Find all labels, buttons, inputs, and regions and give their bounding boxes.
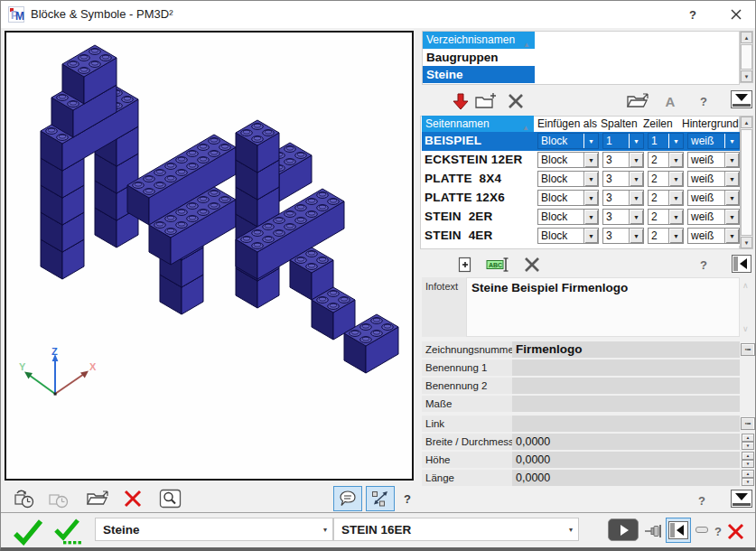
- insert-as-combo[interactable]: Block▼: [537, 190, 599, 206]
- update-all-previews-button[interactable]: [46, 487, 71, 510]
- viewport-help-button[interactable]: ?: [398, 488, 416, 509]
- dropdown-arrow-icon[interactable]: ▼: [724, 191, 739, 205]
- 3d-viewport[interactable]: Z Y X: [5, 31, 414, 481]
- columns-combo[interactable]: 3▼: [602, 171, 644, 187]
- dropdown-arrow-icon[interactable]: ▼: [629, 134, 643, 148]
- dropdown-arrow-icon[interactable]: ▼: [724, 153, 739, 167]
- background-combo[interactable]: weiß▼: [687, 152, 740, 168]
- background-combo[interactable]: weiß▼: [687, 133, 740, 149]
- spin-up-icon[interactable]: ▲: [742, 452, 754, 460]
- dropdown-arrow-icon[interactable]: ▼: [668, 172, 683, 186]
- width-stepper[interactable]: ▲▼: [742, 434, 754, 450]
- dropdown-arrow-icon[interactable]: ▼: [668, 210, 683, 224]
- directory-header[interactable]: Verzeichnisnamen▲: [423, 32, 535, 49]
- spin-down-icon[interactable]: ▼: [742, 442, 754, 450]
- details-help-button[interactable]: ?: [693, 490, 711, 511]
- insert-as-combo[interactable]: Block▼: [537, 133, 599, 149]
- background-combo[interactable]: weiß▼: [687, 190, 740, 206]
- dimensions-field[interactable]: [512, 396, 740, 412]
- table-row[interactable]: PLATTE 12X6 Block▼ 3▼ 2▼ weiß▼: [422, 189, 740, 208]
- dropdown-arrow-icon[interactable]: ▼: [629, 153, 643, 167]
- columns-combo[interactable]: 3▼: [602, 190, 644, 206]
- rows-combo[interactable]: 2▼: [648, 228, 684, 244]
- dropdown-arrow-icon[interactable]: ▼: [668, 134, 683, 148]
- apply-button[interactable]: [10, 517, 46, 547]
- preview-window-button[interactable]: [156, 487, 183, 510]
- dropdown-arrow-icon[interactable]: ▼: [629, 172, 643, 186]
- import-button[interactable]: [449, 89, 472, 113]
- add-page-button[interactable]: [453, 253, 477, 276]
- new-directory-button[interactable]: [472, 89, 499, 113]
- collapse-list-button[interactable]: [729, 88, 754, 111]
- column-header-insert[interactable]: Einfügen als: [537, 117, 597, 130]
- background-combo[interactable]: weiß▼: [687, 171, 740, 187]
- columns-combo[interactable]: 3▼: [602, 152, 644, 168]
- scroll-up-icon[interactable]: ▲: [741, 32, 752, 43]
- name1-field[interactable]: [512, 360, 740, 376]
- column-header-rows[interactable]: Zeilen: [643, 117, 673, 130]
- delete-page-button[interactable]: [120, 487, 145, 510]
- rows-combo[interactable]: 2▼: [648, 171, 684, 187]
- directory-scrollbar[interactable]: ▲ ▼: [740, 31, 753, 83]
- columns-combo[interactable]: 3▼: [602, 228, 644, 244]
- directory-help-button[interactable]: ?: [695, 89, 713, 113]
- rows-combo[interactable]: 2▼: [648, 209, 684, 225]
- dropdown-arrow-icon[interactable]: ▼: [724, 210, 739, 224]
- title-bar[interactable]: P M Blöcke & Symbole - PM3D² ?: [1, 1, 755, 28]
- dropdown-arrow-icon[interactable]: ▼: [724, 134, 739, 148]
- height-field[interactable]: 0,0000: [512, 452, 740, 468]
- dropdown-arrow-icon[interactable]: ▼: [629, 191, 643, 205]
- column-header-background[interactable]: Hintergrund: [682, 117, 739, 130]
- directory-item-selected[interactable]: Steine: [423, 66, 535, 83]
- table-row[interactable]: STEIN 4ER Block▼ 3▼ 2▼ weiß▼: [422, 227, 740, 246]
- titlebar-help-button[interactable]: ?: [683, 5, 703, 23]
- rename-page-button[interactable]: ABC: [483, 253, 514, 276]
- length-field[interactable]: 0,0000: [512, 470, 740, 486]
- infotext-value[interactable]: Steine Beispiel Firmenlogo: [466, 277, 740, 337]
- category-combo[interactable]: Steine ▾: [95, 518, 333, 541]
- scroll-down-icon[interactable]: ▼: [741, 70, 752, 82]
- table-row[interactable]: BEISPIEL Block▼ 1▼ 1▼ weiß▼: [422, 132, 740, 151]
- transform-mode-toggle[interactable]: [366, 486, 395, 511]
- open-directory-button[interactable]: [624, 89, 651, 113]
- scroll-up-icon[interactable]: ▲: [741, 117, 752, 128]
- columns-combo[interactable]: 3▼: [602, 209, 644, 225]
- dropdown-arrow-icon[interactable]: ▼: [583, 172, 598, 186]
- background-combo[interactable]: weiß▼: [687, 228, 740, 244]
- directory-list[interactable]: Verzeichnisnamen▲ Baugruppen Steine: [422, 31, 740, 85]
- open-page-button[interactable]: [84, 487, 111, 510]
- insert-as-combo[interactable]: Block▼: [537, 209, 599, 225]
- close-button[interactable]: [726, 5, 746, 23]
- dropdown-arrow-icon[interactable]: ▼: [583, 134, 598, 148]
- delete-page-row-button[interactable]: [519, 253, 545, 276]
- drawing-number-field[interactable]: Firmenlogo: [512, 341, 740, 358]
- minimize-dialog-button[interactable]: [695, 527, 708, 533]
- link-field[interactable]: [512, 416, 740, 432]
- spin-up-icon[interactable]: ▲: [742, 434, 754, 442]
- insert-as-combo[interactable]: Block▼: [537, 228, 599, 244]
- shaded-mode-toggle[interactable]: [333, 486, 362, 511]
- dropdown-arrow-icon[interactable]: ▼: [668, 153, 683, 167]
- scrollbar-thumb[interactable]: [741, 129, 752, 236]
- dropdown-arrow-icon[interactable]: ▼: [668, 229, 683, 243]
- dropdown-arrow-icon[interactable]: ▼: [583, 210, 598, 224]
- background-combo[interactable]: weiß▼: [687, 209, 740, 225]
- width-field[interactable]: 0,0000: [512, 434, 740, 450]
- page-combo[interactable]: STEIN 16ER ▾: [333, 518, 579, 541]
- update-preview-button[interactable]: [12, 487, 37, 510]
- dock-panel-button[interactable]: [729, 252, 754, 276]
- cancel-button[interactable]: [723, 519, 747, 543]
- directory-item[interactable]: Baugruppen: [423, 49, 741, 66]
- length-stepper[interactable]: ▲▼: [742, 470, 754, 486]
- font-button[interactable]: A: [660, 89, 680, 113]
- insert-as-combo[interactable]: Block▼: [537, 171, 599, 187]
- dropdown-arrow-icon[interactable]: ▼: [629, 229, 643, 243]
- dropdown-arrow-icon[interactable]: ▼: [724, 172, 739, 186]
- play-button[interactable]: [608, 518, 639, 541]
- field-more-button[interactable]: !: [741, 417, 755, 430]
- scrollbar-thumb[interactable]: [741, 44, 752, 70]
- scroll-down-icon[interactable]: ▼: [741, 237, 752, 248]
- spin-down-icon[interactable]: ▼: [742, 478, 754, 486]
- dock-dialog-toggle[interactable]: [666, 518, 691, 543]
- delete-directory-button[interactable]: [503, 89, 528, 113]
